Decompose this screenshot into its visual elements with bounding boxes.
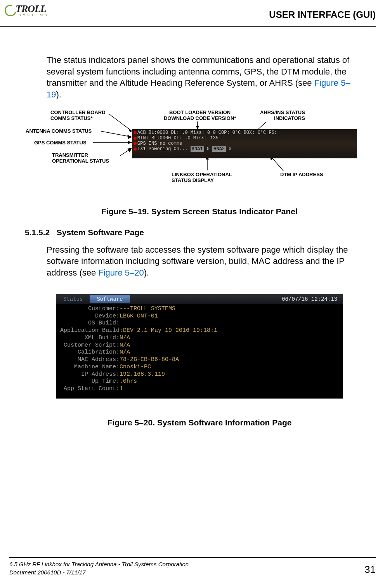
info-key: XML Build: <box>60 335 120 341</box>
footer-line2: Document 200610D - 7/11/17 <box>9 568 376 576</box>
info-value: DEV 2.1 May 19 2016 19:18:1 <box>123 327 217 334</box>
info-key: App Start Count: <box>60 385 120 392</box>
software-info-line: App Start Count:1 <box>60 385 339 393</box>
content: The status indicators panel shows the co… <box>0 27 385 427</box>
footer-line1: 6.5 GHz RF Linkbox for Tracking Antenna … <box>9 560 376 568</box>
system-software-screenshot: Status Software 06/07/16 12:24:13 Custom… <box>56 294 343 399</box>
software-intro-paragraph: Pressing the software tab accesses the s… <box>47 244 352 279</box>
svg-marker-3 <box>127 135 132 139</box>
software-info-line: MAC Address:78-2B-CB-B6-80-8A <box>60 356 339 364</box>
software-info-line: Device:LB6K ONT-01 <box>60 313 339 320</box>
status-row-gps-text: GPS INS no comms <box>137 141 182 146</box>
software-info-line: Machine Name:Cnoski-PC <box>60 364 339 371</box>
info-key: IP Address: <box>60 371 120 378</box>
status-row-tx1: TX1 Powering On... ANA1 0 ANA2 0 <box>134 146 356 152</box>
info-key: Machine Name: <box>60 364 120 370</box>
software-timestamp: 06/07/16 12:24:13 <box>282 296 343 302</box>
status-row-mini: MINI BL:0000 DL: .0 Miss: 135 <box>134 135 356 141</box>
led-red-icon <box>134 137 137 140</box>
status-row-mini-text: MINI BL:0000 DL: .0 Miss: 135 <box>137 135 219 141</box>
figure-5-19-caption: Figure 5–19. System Screen Status Indica… <box>47 207 352 216</box>
info-key: Calibration: <box>60 349 120 356</box>
page-number: 31 <box>364 564 376 576</box>
page-footer: 6.5 GHz RF Linkbox for Tracking Antenna … <box>9 557 376 576</box>
info-key: Device: <box>60 313 120 319</box>
info-key: Customer: <box>60 305 120 312</box>
info-value: 1 <box>120 385 123 392</box>
info-value: 192.168.3.119 <box>120 371 165 378</box>
intro-text-b: ). <box>56 90 61 99</box>
section-header: 5.1.5.2 System Software Page <box>25 228 352 237</box>
tab-software[interactable]: Software <box>90 295 130 303</box>
status-indicator-panel: ACB BL:0000 DL: .0 Miss: 0 0 COP: 0°C BO… <box>132 129 357 158</box>
callout-ahrs: AHRS/INS STATUS INDICATORS <box>260 110 305 121</box>
svg-line-2 <box>101 131 132 137</box>
ana2-label: ANA2 <box>212 146 226 152</box>
section-title: System Software Page <box>57 228 144 237</box>
ana1-val: 0 <box>204 146 213 152</box>
info-value: LB6K ONT-01 <box>120 313 158 319</box>
led-red-icon <box>134 131 137 134</box>
logo: TROLL SYSTEMS <box>5 3 47 22</box>
info-value: ---TROLL SYSTEMS <box>120 305 175 312</box>
logo-subtext: SYSTEMS <box>19 13 49 17</box>
info-value: .0hrs <box>120 378 137 385</box>
software-info-line: Up Time:.0hrs <box>60 378 339 385</box>
callout-gps: GPS COMMS STATUS <box>34 140 87 146</box>
sw-intro-text-b: ). <box>144 268 149 278</box>
header-title: USER INTERFACE (GUI) <box>269 9 376 20</box>
software-tabs: Status Software 06/07/16 12:24:13 <box>56 295 343 304</box>
figure-5-20-link[interactable]: Figure 5–20 <box>98 268 144 278</box>
software-info-body: Customer:---TROLL SYSTEMS Device:LB6K ON… <box>56 304 343 398</box>
svg-marker-5 <box>128 141 132 144</box>
ana1-label: ANA1 <box>191 146 204 152</box>
intro-text-a: The status indicators panel shows the co… <box>47 55 349 88</box>
ana2-val: 0 <box>226 146 231 152</box>
software-info-line: XML Build:N/A <box>60 335 339 342</box>
software-info-line: Customer Script:N/A <box>60 342 339 349</box>
software-info-line: Calibration:N/A <box>60 349 339 356</box>
status-row-gps: GPS INS no comms <box>134 141 356 146</box>
tab-status[interactable]: Status <box>56 295 90 303</box>
info-key: MAC Address: <box>60 356 120 363</box>
info-key: Application Build: <box>60 327 123 334</box>
intro-paragraph: The status indicators panel shows the co… <box>47 54 352 101</box>
status-row-acb: ACB BL:0000 DL: .0 Miss: 0 0 COP: 0°C BO… <box>134 130 356 135</box>
led-red-icon <box>134 142 137 145</box>
info-value: N/A <box>120 349 130 356</box>
callout-transmitter: TRANSMITTER OPERATIONAL STATUS <box>52 153 109 164</box>
svg-marker-9 <box>196 126 199 129</box>
callout-dtm: DTM IP ADDRESS <box>280 172 323 178</box>
software-info-line: OS Build: <box>60 320 339 327</box>
info-value: 78-2B-CB-B6-80-8A <box>120 356 179 363</box>
status-row-tx1-text: TX1 Powering On... <box>137 146 191 152</box>
info-value: Cnoski-PC <box>120 364 151 370</box>
page-header: TROLL SYSTEMS USER INTERFACE (GUI) <box>0 5 376 27</box>
info-value: N/A <box>120 335 130 341</box>
callout-bootloader: BOOT LOADER VERSION DOWNLOAD CODE VERSIO… <box>164 110 236 121</box>
software-info-line: IP Address:192.168.3.119 <box>60 371 339 378</box>
software-info-line: Application Build:DEV 2.1 May 19 2016 19… <box>60 327 339 335</box>
figure-5-19-diagram: CONTROLLER BOARD COMMS STATUS* ANTENNA C… <box>35 110 360 195</box>
arrow-icon <box>93 141 136 145</box>
section-number: 5.1.5.2 <box>25 228 50 237</box>
info-key: Up Time: <box>60 378 120 385</box>
info-value: N/A <box>120 342 130 349</box>
arrow-icon <box>101 131 136 139</box>
info-key: Customer Script: <box>60 342 120 349</box>
callout-linkbox: LINKBOX OPERATIONAL STATUS DISPLAY <box>172 172 232 184</box>
sw-intro-text-a: Pressing the software tab accesses the s… <box>47 245 348 278</box>
callout-antenna: ANTENNA COMMS STATUS <box>26 128 92 134</box>
software-info-line: Customer:---TROLL SYSTEMS <box>60 305 339 313</box>
info-key: OS Build: <box>60 320 120 326</box>
status-row-acb-text: ACB BL:0000 DL: .0 Miss: 0 0 COP: 0°C BO… <box>137 130 277 135</box>
figure-5-20-caption: Figure 5–20. System Software Information… <box>47 418 352 427</box>
led-red-icon <box>134 147 137 151</box>
callout-controller: CONTROLLER BOARD COMMS STATUS* <box>50 110 106 121</box>
